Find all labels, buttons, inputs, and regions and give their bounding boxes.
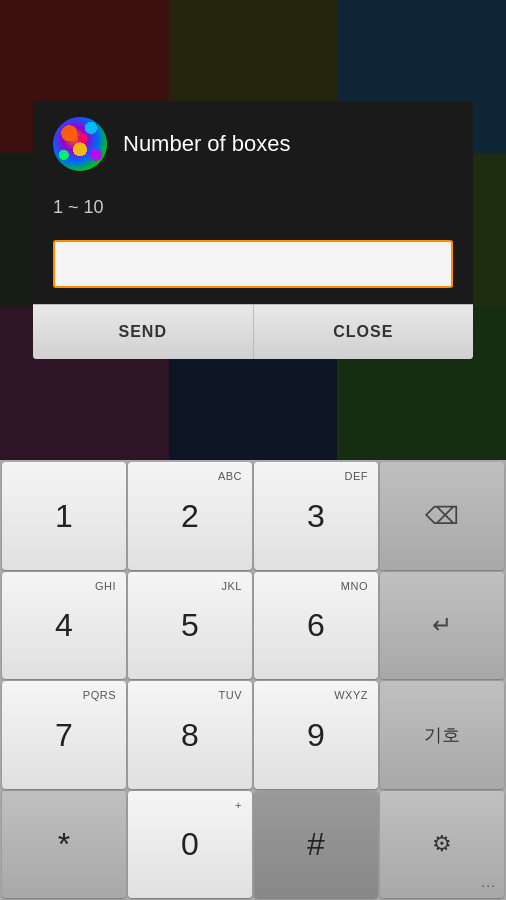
enter-icon: ↵ xyxy=(432,611,452,639)
key-9[interactable]: WXYZ 9 xyxy=(254,681,378,789)
close-button[interactable]: CLOSE xyxy=(254,305,474,359)
key-hash[interactable]: # xyxy=(254,791,378,899)
key-backspace[interactable]: ⌫ xyxy=(380,462,504,570)
send-button[interactable]: SEND xyxy=(33,305,254,359)
gear-icon: ⚙ xyxy=(432,831,452,857)
key-7[interactable]: PQRS 7 xyxy=(2,681,126,789)
keyboard-row-3: PQRS 7 TUV 8 WXYZ 9 기호 xyxy=(2,681,504,789)
key-enter[interactable]: ↵ xyxy=(380,572,504,680)
number-input[interactable] xyxy=(53,240,453,288)
key-6[interactable]: MNO 6 xyxy=(254,572,378,680)
dialog-range: 1 ~ 10 xyxy=(33,187,473,232)
keyboard: 1 ABC 2 DEF 3 ⌫ GHI 4 JKL 5 MNO 6 ↵ xyxy=(0,460,506,900)
dialog-buttons: SEND CLOSE xyxy=(33,304,473,359)
backspace-icon: ⌫ xyxy=(425,502,459,530)
key-4[interactable]: GHI 4 xyxy=(2,572,126,680)
keyboard-row-1: 1 ABC 2 DEF 3 ⌫ xyxy=(2,462,504,570)
key-8[interactable]: TUV 8 xyxy=(128,681,252,789)
key-2[interactable]: ABC 2 xyxy=(128,462,252,570)
key-3[interactable]: DEF 3 xyxy=(254,462,378,570)
key-1[interactable]: 1 xyxy=(2,462,126,570)
key-0[interactable]: + 0 xyxy=(128,791,252,899)
dialog: Number of boxes 1 ~ 10 SEND CLOSE xyxy=(33,101,473,359)
keyboard-row-4: * + 0 # ··· ⚙ xyxy=(2,791,504,899)
dialog-icon xyxy=(53,117,107,171)
key-5[interactable]: JKL 5 xyxy=(128,572,252,680)
dialog-header: Number of boxes xyxy=(33,101,473,187)
dialog-input-area xyxy=(33,232,473,304)
key-korean[interactable]: 기호 xyxy=(380,681,504,789)
key-star[interactable]: * xyxy=(2,791,126,899)
keyboard-row-2: GHI 4 JKL 5 MNO 6 ↵ xyxy=(2,572,504,680)
dialog-title: Number of boxes xyxy=(123,131,291,157)
key-settings[interactable]: ··· ⚙ xyxy=(380,791,504,899)
dialog-overlay: Number of boxes 1 ~ 10 SEND CLOSE xyxy=(0,0,506,460)
